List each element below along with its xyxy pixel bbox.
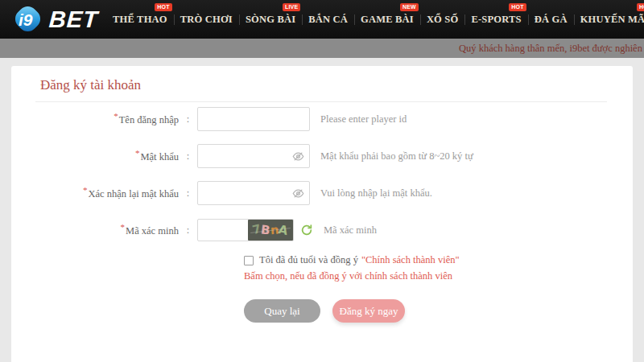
- confirm-password-label: Xác nhận lại mật khẩu: [89, 189, 179, 200]
- ticker-text: Quý khách hàng thân mến, i9bet được nghi…: [459, 39, 644, 58]
- policy-link[interactable]: "Chính sách thành viên": [361, 254, 460, 266]
- new-badge: NEW: [400, 3, 419, 11]
- username-hint: Please enter player id: [320, 113, 407, 125]
- required-asterisk: *: [135, 148, 140, 158]
- refresh-icon: [300, 224, 313, 237]
- required-asterisk: *: [114, 111, 118, 121]
- live-badge: LIVE: [283, 3, 300, 11]
- hot-badge: HOT: [637, 3, 644, 11]
- logo-suffix-text: BET: [48, 6, 99, 33]
- registration-panel: Đăng ký tài khoản *Tên đăng nhập : Pleas…: [11, 66, 633, 362]
- nav-item-esports[interactable]: E-SPORTS HOT: [464, 0, 527, 39]
- nav-item-game-bai[interactable]: GAME BÀI NEW: [354, 0, 420, 39]
- registration-form: *Tên đăng nhập : Please enter player id …: [11, 107, 633, 323]
- nav-item-tro-choi[interactable]: TRÒ CHƠI: [174, 0, 239, 39]
- password-hint: Mật khẩu phải bao gồm từ 8~20 ký tự: [320, 150, 473, 162]
- captcha-label: Mã xác minh: [126, 226, 179, 237]
- nav-item-song-bai[interactable]: SÒNG BÀI LIVE: [239, 0, 302, 39]
- nav-item-xo-so[interactable]: XỔ SỐ: [420, 0, 465, 39]
- hot-badge: HOT: [155, 3, 171, 11]
- captcha-field: 7 B n A: [197, 219, 294, 241]
- register-button[interactable]: Đăng ký ngay: [332, 299, 405, 323]
- agreement-checkbox[interactable]: [244, 256, 254, 265]
- nav-item-da-ga[interactable]: ĐÁ GÀ: [528, 0, 574, 39]
- confirm-password-hint: Vui lòng nhập lại mật khẩu.: [320, 187, 432, 200]
- captcha-image: 7 B n A: [248, 220, 293, 241]
- nav-item-the-thao[interactable]: THỂ THAO HOT: [106, 0, 174, 39]
- agreement-line: Tôi đã đủ tuổi và đồng ý "Chính sách thà…: [244, 254, 633, 266]
- logo-prefix-text: i9: [19, 10, 33, 29]
- username-row: *Tên đăng nhập : Please enter player id: [11, 107, 633, 131]
- top-navbar: i9 BET THỂ THAO HOT TRÒ CHƠI SÒNG BÀI LI…: [0, 0, 644, 39]
- agreement-label: Tôi đã đủ tuổi và đồng ý: [259, 254, 358, 266]
- required-asterisk: *: [83, 185, 88, 195]
- nav-item-ban-ca[interactable]: BẮN CÁ: [302, 0, 354, 39]
- eye-toggle-icon[interactable]: [292, 187, 304, 200]
- hot-badge: HOT: [509, 3, 526, 11]
- brand-logo[interactable]: i9 BET: [0, 2, 98, 36]
- username-label: Tên đăng nhập: [119, 115, 179, 126]
- main-menu: THỂ THAO HOT TRÒ CHƠI SÒNG BÀI LIVE BẮN …: [106, 0, 644, 39]
- agreement-note: Bấm chọn, nếu đã đồng ý với chính sách t…: [244, 270, 633, 282]
- captcha-hint: Mã xác minh: [324, 224, 377, 237]
- back-button[interactable]: Quay lại: [244, 299, 320, 323]
- password-row: *Mật khẩu : Mật khẩu phải bao gồm từ 8~2…: [11, 144, 633, 168]
- required-asterisk: *: [121, 222, 126, 232]
- captcha-refresh-button[interactable]: [300, 224, 313, 237]
- page-title: Đăng ký tài khoản: [40, 77, 633, 93]
- confirm-password-row: *Xác nhận lại mật khẩu : Vui lòng nhập l…: [11, 181, 633, 205]
- captcha-input[interactable]: [198, 220, 248, 240]
- eye-toggle-icon[interactable]: [292, 150, 304, 162]
- announcement-ticker: Quý khách hàng thân mến, i9bet được nghi…: [0, 39, 644, 58]
- title-divider: [35, 101, 607, 102]
- form-actions: Quay lại Đăng ký ngay: [244, 299, 633, 323]
- captcha-row: *Mã xác minh : 7 B n A: [11, 218, 633, 242]
- gem-icon: i9: [10, 2, 47, 36]
- username-input[interactable]: [197, 107, 310, 131]
- password-label: Mật khẩu: [140, 152, 179, 163]
- nav-item-khuyen-mai[interactable]: KHUYẾN MÃI HOT: [574, 0, 644, 39]
